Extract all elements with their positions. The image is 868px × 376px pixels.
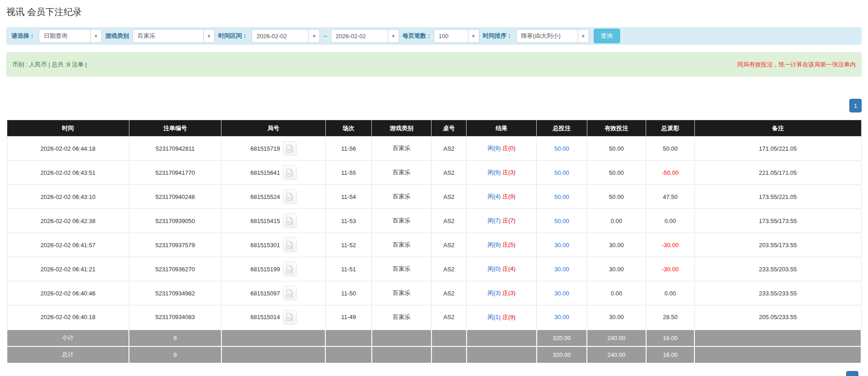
cell-total-bet: 50.00	[537, 209, 587, 233]
bet-amount-link[interactable]: 30.00	[555, 290, 570, 297]
cell-payout: 50.00	[646, 137, 695, 161]
bet-amount-link[interactable]: 50.00	[555, 218, 570, 224]
sort-order-value: 降幂(由大到小)	[517, 30, 578, 42]
cell-round-id: 681515719	[221, 137, 326, 161]
chevron-down-icon[interactable]: ▼	[388, 30, 399, 42]
sort-order-dropdown[interactable]: 降幂(由大到小) ▼	[516, 29, 589, 43]
select-mode-dropdown[interactable]: 日期查询 ▼	[39, 29, 102, 43]
result-player: 闲(1)	[488, 314, 501, 320]
cell-table-no: AS2	[431, 233, 467, 257]
video-replay-button[interactable]	[283, 141, 297, 156]
per-page-value: 100	[434, 30, 468, 42]
summary-empty-cell	[221, 330, 326, 346]
cell-time: 2026-02-02 06:44:18	[7, 137, 129, 161]
video-replay-button[interactable]	[283, 238, 297, 252]
result-banker: 庄(7)	[502, 217, 515, 224]
bet-amount-link[interactable]: 30.00	[555, 314, 570, 320]
video-replay-button[interactable]	[283, 310, 297, 325]
cell-game-type: 百家乐	[372, 281, 431, 305]
summary-bar: 币别 : 人民币 | 总共 :8 注单 | 同局有效投注，统一计算在该局第一张注…	[6, 52, 862, 76]
cell-payout: -30.00	[646, 257, 695, 281]
filter-bar: 请选择： 日期查询 ▼ 游戏类别 百家乐 ▼ 时间区间： 2026-02-02 …	[6, 27, 862, 45]
cell-valid-bet: 50.00	[587, 137, 646, 161]
table-row: 2026-02-02 06:43:51 523170941770 6815156…	[7, 161, 861, 185]
cell-total-bet: 50.00	[537, 137, 587, 161]
video-replay-button[interactable]	[283, 262, 297, 276]
cell-time: 2026-02-02 06:41:21	[7, 257, 129, 281]
currency-total-text: 币别 : 人民币 | 总共 :8 注单 |	[12, 61, 87, 69]
date-to-value: 2026-02-02	[331, 30, 388, 42]
cell-game-type: 百家乐	[372, 209, 431, 233]
result-banker: 庄(5)	[502, 241, 515, 248]
video-replay-button[interactable]	[283, 189, 297, 204]
cell-remark: 203.55/173.55	[694, 233, 861, 257]
chevron-down-icon[interactable]: ▼	[203, 30, 214, 42]
column-header-game-type: 游戏类别	[372, 120, 431, 137]
date-to-input[interactable]: 2026-02-02 ▼	[331, 29, 399, 43]
pagination: 1	[6, 99, 862, 112]
video-replay-button[interactable]	[283, 165, 297, 180]
cell-payout: -50.00	[646, 161, 695, 185]
bet-amount-link[interactable]: 50.00	[555, 169, 570, 176]
summary-empty-cell	[467, 346, 537, 363]
effective-bet-note: 同局有效投注，统一计算在该局第一张注单内	[737, 61, 856, 69]
pagination-page-button[interactable]: 1	[849, 99, 862, 112]
video-file-icon	[286, 144, 293, 153]
video-replay-button[interactable]	[283, 286, 297, 300]
subtotal-count: 8	[129, 330, 221, 346]
column-header-session: 场次	[325, 120, 371, 137]
cell-session: 11-55	[325, 161, 371, 185]
cell-time: 2026-02-02 06:40:18	[7, 305, 129, 330]
sort-order-label: 时间排序：	[483, 32, 513, 40]
cell-total-bet: 30.00	[537, 305, 587, 330]
bet-amount-link[interactable]: 30.00	[555, 266, 570, 273]
result-banker: 庄(3)	[502, 290, 515, 296]
bet-amount-link[interactable]: 30.00	[555, 242, 570, 249]
grand-total-count: 8	[129, 346, 221, 363]
cell-remark: 205.05/233.55	[694, 305, 861, 330]
column-header-table-no: 桌号	[431, 120, 467, 137]
date-from-input[interactable]: 2026-02-02 ▼	[252, 29, 320, 43]
per-page-label: 每页笔数 :	[403, 32, 430, 40]
cell-payout: 0.00	[646, 209, 695, 233]
cell-remark: 233.55/233.55	[694, 281, 861, 305]
cell-game-type: 百家乐	[372, 257, 431, 281]
result-player: 闲(3)	[488, 290, 501, 296]
cell-bet-id: 523170940248	[129, 185, 221, 209]
chevron-down-icon[interactable]: ▼	[90, 30, 101, 42]
cell-session: 11-53	[325, 209, 371, 233]
cell-session: 11-54	[325, 185, 371, 209]
chevron-down-icon[interactable]: ▼	[468, 30, 479, 42]
video-file-icon	[286, 289, 293, 298]
cell-round-id: 681515524	[221, 185, 326, 209]
chevron-down-icon[interactable]: ▼	[578, 30, 589, 42]
cell-payout: 0.00	[646, 281, 695, 305]
search-button[interactable]: 查询	[594, 29, 620, 43]
video-file-icon	[286, 193, 293, 201]
cell-game-type: 百家乐	[372, 233, 431, 257]
table-row: 2026-02-02 06:43:10 523170940248 6815155…	[7, 185, 861, 209]
video-replay-button[interactable]	[283, 213, 297, 228]
bet-records-table-wrap: 时间 注单编号 局号 场次 游戏类别 桌号 结果 总投注 有效投注 总派彩 备注…	[6, 120, 862, 364]
cell-session: 11-50	[325, 281, 371, 305]
video-file-icon	[286, 168, 293, 177]
bet-amount-link[interactable]: 50.00	[555, 193, 570, 200]
bet-amount-link[interactable]: 50.00	[555, 145, 570, 152]
cell-round-id: 681515301	[221, 233, 326, 257]
summary-empty-cell	[372, 330, 431, 346]
cell-table-no: AS2	[431, 137, 467, 161]
pagination-bottom-partial-button[interactable]: 1	[846, 371, 858, 376]
chevron-down-icon[interactable]: ▼	[308, 30, 319, 42]
cell-game-type: 百家乐	[372, 185, 431, 209]
cell-round-id: 681515097	[221, 281, 326, 305]
column-header-time: 时间	[7, 120, 129, 137]
cell-remark: 171.05/221.05	[694, 137, 861, 161]
per-page-dropdown[interactable]: 100 ▼	[434, 29, 479, 43]
cell-valid-bet: 50.00	[587, 185, 646, 209]
table-row: 2026-02-02 06:44:18 523170942811 6815157…	[7, 137, 861, 161]
table-row: 2026-02-02 06:40:46 523170934982 6815150…	[7, 281, 861, 305]
subtotal-row: 小计 8 320.00 240.00 16.00	[7, 330, 861, 346]
game-type-dropdown[interactable]: 百家乐 ▼	[133, 29, 215, 43]
column-header-bet-id: 注单编号	[129, 120, 221, 137]
date-from-value: 2026-02-02	[252, 30, 308, 42]
